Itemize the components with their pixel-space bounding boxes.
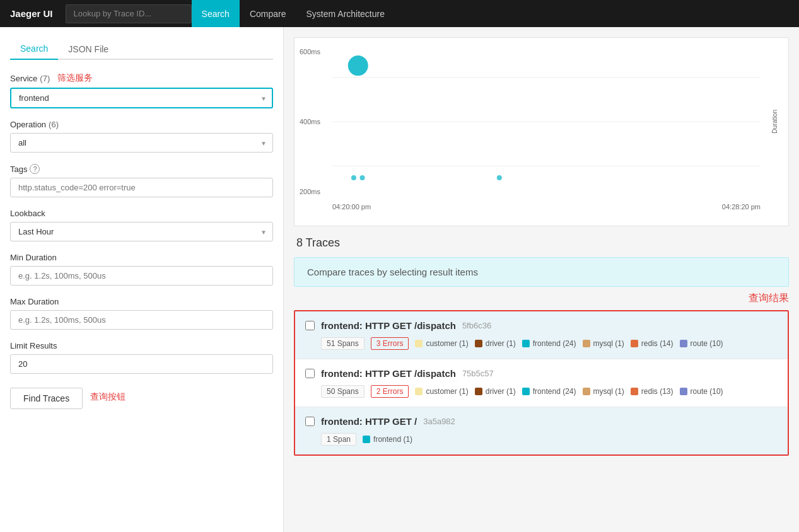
frontend-dot	[522, 340, 530, 347]
svg-point-3	[348, 55, 368, 76]
service-route-2: route (10)	[680, 387, 723, 396]
redis-dot	[631, 340, 638, 347]
tags-input[interactable]	[10, 178, 273, 197]
driver-dot	[475, 340, 482, 347]
trace-checkbox-3[interactable]	[305, 417, 315, 426]
spans-count-3: 1 Span	[321, 433, 356, 446]
svg-point-4	[351, 175, 356, 180]
service-customer-2: customer (1)	[415, 387, 468, 396]
tab-search[interactable]: Search	[10, 38, 58, 60]
right-content: 600ms 400ms 200ms Duration	[284, 27, 799, 532]
top-nav: Jaeger UI Search Compare System Architec…	[0, 0, 799, 27]
y-label-200: 200ms	[300, 188, 320, 195]
spans-count-2: 50 Spans	[321, 385, 365, 398]
service-driver-1: driver (1)	[475, 339, 516, 348]
service-frontend-1: frontend (24)	[522, 339, 576, 348]
y-label-600: 600ms	[300, 48, 320, 55]
max-duration-input[interactable]	[10, 310, 273, 330]
nav-tab-search[interactable]: Search	[192, 0, 240, 27]
results-annotation: 查询结果	[294, 292, 789, 305]
errors-badge-1: 3 Errors	[371, 337, 409, 350]
nav-tabs: Search Compare System Architecture	[192, 0, 395, 27]
sidebar-tabs: Search JSON File	[10, 37, 273, 60]
max-duration-field-group: Max Duration	[10, 297, 273, 330]
service-customer-1: customer (1)	[415, 339, 468, 348]
trace-header-1: frontend: HTTP GET /dispatch 5fb6c36	[305, 320, 778, 331]
min-duration-label: Min Duration	[10, 253, 273, 262]
mysql-dot-2	[583, 388, 590, 395]
svg-point-5	[360, 175, 365, 180]
limit-input[interactable]	[10, 354, 273, 374]
main-layout: Search JSON File Service (7) 筛选服务 fronte…	[0, 27, 799, 532]
traces-count: 8 Traces	[294, 236, 789, 250]
customer-dot-2	[415, 388, 423, 395]
customer-dot	[415, 340, 423, 347]
trace-meta-2: 50 Spans 2 Errors customer (1) driver (1…	[321, 385, 778, 398]
limit-field-group: Limit Results	[10, 341, 273, 374]
lookback-label: Lookback	[10, 209, 273, 218]
lookback-select[interactable]: Last Hour	[10, 222, 273, 241]
mysql-dot	[583, 340, 590, 347]
trace-title-3: frontend: HTTP GET /	[321, 416, 417, 427]
operation-label: Operation (6)	[10, 120, 273, 129]
trace-meta-1: 51 Spans 3 Errors customer (1) driver (1…	[321, 337, 778, 350]
trace-id-1: 5fb6c36	[462, 321, 491, 330]
trace-title-1: frontend: HTTP GET /dispatch	[321, 320, 456, 331]
tab-json[interactable]: JSON File	[58, 38, 119, 60]
errors-badge-2: 2 Errors	[371, 385, 409, 398]
x-label-end: 04:28:20 pm	[722, 203, 761, 211]
frontend-dot-2	[522, 388, 530, 395]
trace-checkbox-1[interactable]	[305, 321, 315, 330]
trace-meta-3: 1 Span frontend (1)	[321, 433, 778, 446]
min-duration-field-group: Min Duration	[10, 253, 273, 286]
y-axis-title: Duration	[771, 48, 778, 195]
tags-field-group: Tags ?	[10, 164, 273, 197]
frontend-dot-3	[363, 436, 370, 443]
trace-item-1: frontend: HTTP GET /dispatch 5fb6c36 51 …	[295, 311, 788, 359]
operation-select-wrapper: all	[10, 133, 273, 153]
service-select-wrapper: frontend	[10, 88, 273, 108]
trace-checkbox-2[interactable]	[305, 369, 315, 378]
trace-lookup-input[interactable]	[66, 4, 192, 23]
lookback-select-wrapper: Last Hour	[10, 222, 273, 241]
find-traces-row: Find Traces 查询按钮	[10, 385, 273, 409]
operation-field-group: Operation (6) all	[10, 120, 273, 153]
find-traces-button[interactable]: Find Traces	[10, 388, 83, 409]
service-field-group: Service (7) 筛选服务 frontend	[10, 72, 273, 108]
trace-header-2: frontend: HTTP GET /dispatch 75b5c57	[305, 368, 778, 379]
service-driver-2: driver (1)	[475, 387, 516, 396]
y-label-400: 400ms	[300, 118, 320, 125]
route-dot	[680, 340, 687, 347]
min-duration-input[interactable]	[10, 266, 273, 286]
scatter-chart: 600ms 400ms 200ms Duration	[294, 37, 789, 226]
trace-title-2: frontend: HTTP GET /dispatch	[321, 368, 456, 379]
service-mysql-2: mysql (1)	[583, 387, 624, 396]
service-select[interactable]: frontend	[10, 88, 273, 108]
tags-label: Tags ?	[10, 164, 273, 174]
limit-label: Limit Results	[10, 341, 273, 350]
service-redis-1: redis (14)	[631, 339, 674, 348]
chart-svg	[332, 48, 761, 195]
operation-select[interactable]: all	[10, 133, 273, 153]
trace-header-3: frontend: HTTP GET / 3a5a982	[305, 416, 778, 427]
x-axis-labels: 04:20:00 pm 04:28:20 pm	[332, 203, 761, 211]
tags-help-icon[interactable]: ?	[30, 164, 40, 174]
route-dot-2	[680, 388, 687, 395]
nav-tab-architecture[interactable]: System Architecture	[296, 0, 395, 27]
sidebar: Search JSON File Service (7) 筛选服务 fronte…	[0, 27, 284, 532]
service-route-1: route (10)	[680, 339, 723, 348]
y-axis-labels: 600ms 400ms 200ms	[300, 48, 320, 195]
service-frontend-3: frontend (1)	[363, 435, 412, 444]
service-redis-2: redis (13)	[631, 387, 674, 396]
brand-logo: Jaeger UI	[10, 8, 53, 19]
nav-tab-compare[interactable]: Compare	[240, 0, 296, 27]
trace-item-3: frontend: HTTP GET / 3a5a982 1 Span fron…	[295, 407, 788, 454]
svg-point-6	[497, 175, 502, 180]
max-duration-label: Max Duration	[10, 297, 273, 306]
redis-dot-2	[631, 388, 638, 395]
trace-id-2: 75b5c57	[462, 369, 494, 378]
x-label-start: 04:20:00 pm	[332, 203, 371, 211]
lookback-field-group: Lookback Last Hour	[10, 209, 273, 241]
service-frontend-2: frontend (24)	[522, 387, 576, 396]
trace-item-2: frontend: HTTP GET /dispatch 75b5c57 50 …	[295, 359, 788, 407]
